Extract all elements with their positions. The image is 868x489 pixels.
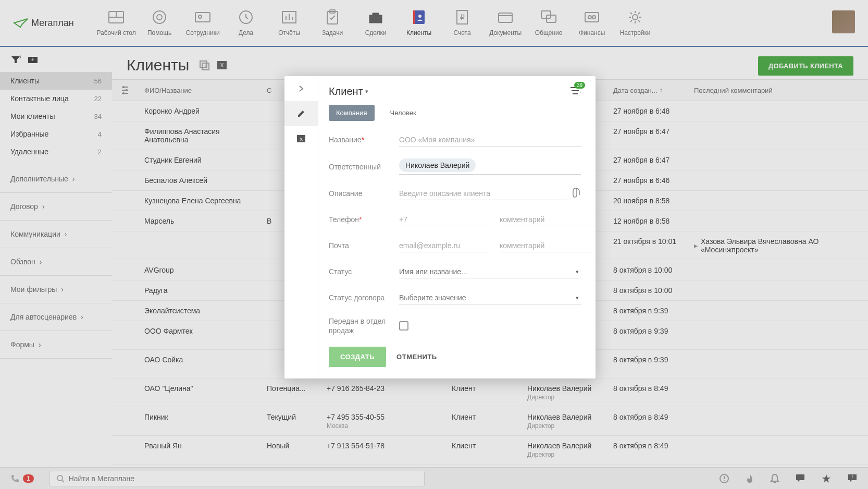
cancel-button[interactable]: ОТМЕНИТЬ — [396, 353, 437, 361]
label-status: Статус — [329, 267, 399, 276]
status-select[interactable]: ▾ — [399, 265, 581, 278]
create-button[interactable]: СОЗДАТЬ — [329, 347, 386, 367]
attachment-icon[interactable] — [573, 188, 581, 200]
modal-title[interactable]: Клиент▾ — [329, 85, 368, 97]
caret-down-icon: ▾ — [365, 88, 368, 95]
phone-input[interactable] — [399, 213, 490, 226]
email-comment-input[interactable] — [500, 239, 591, 252]
label-email: Почта — [329, 241, 399, 250]
pencil-icon — [296, 109, 306, 118]
excel-icon: X — [296, 133, 306, 144]
svg-text:+: + — [580, 88, 581, 95]
description-input[interactable] — [399, 187, 567, 200]
email-input[interactable] — [399, 239, 490, 252]
label-transferred: Передан в отдел продаж — [329, 316, 399, 335]
tab-person[interactable]: Человек — [383, 105, 424, 121]
create-client-modal: X Клиент▾ + 39 Компания Человек Название… — [284, 76, 596, 378]
label-responsible: Ответственный — [329, 163, 399, 171]
label-name: Название* — [329, 136, 399, 144]
modal-tab-edit[interactable] — [284, 101, 318, 126]
contract-status-select[interactable]: ▾ — [399, 291, 581, 304]
modal-filter-button[interactable]: + 39 — [569, 86, 581, 97]
caret-down-icon: ▾ — [576, 295, 579, 301]
phone-comment-input[interactable] — [500, 213, 591, 226]
filter-badge: 39 — [574, 82, 585, 89]
modal-tabs: Компания Человек — [329, 105, 581, 121]
modal-close-button[interactable] — [284, 76, 318, 101]
name-input[interactable] — [399, 133, 581, 146]
label-phone: Телефон* — [329, 215, 399, 224]
label-contract-status: Статус договора — [329, 294, 399, 302]
chevron-right-icon — [297, 85, 305, 92]
modal-tab-excel[interactable]: X — [284, 126, 318, 151]
responsible-pill[interactable]: Николаев Валерий — [399, 158, 476, 172]
transferred-checkbox[interactable] — [399, 321, 408, 331]
modal-sidebar: X — [284, 76, 318, 378]
tab-company[interactable]: Компания — [329, 105, 375, 121]
caret-down-icon: ▾ — [576, 268, 579, 275]
label-description: Описание — [329, 189, 399, 198]
svg-text:X: X — [300, 137, 303, 142]
